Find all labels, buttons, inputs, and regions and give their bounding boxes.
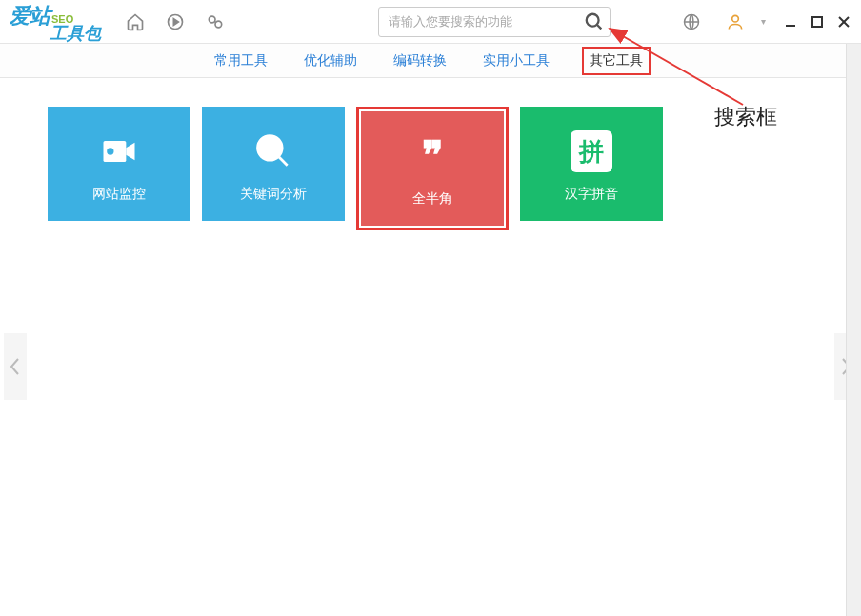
nav-item-encoding[interactable]: 编码转换	[390, 47, 451, 75]
logo-text-main: 爱站	[10, 2, 50, 30]
globe-icon[interactable]	[675, 6, 708, 38]
play-circle-icon[interactable]	[159, 6, 191, 38]
home-icon[interactable]	[119, 6, 151, 38]
svg-line-4	[597, 24, 602, 29]
svg-rect-8	[812, 17, 822, 27]
user-icon[interactable]	[719, 6, 751, 38]
svg-point-1	[209, 16, 215, 23]
maximize-button[interactable]	[810, 14, 825, 30]
nav-item-optimize[interactable]: 优化辅助	[300, 47, 361, 75]
search-box	[378, 7, 611, 37]
svg-point-12	[107, 148, 113, 154]
tile-label: 全半角	[412, 190, 452, 208]
tile-site-monitor[interactable]: 网站监控	[48, 107, 190, 221]
logo-text-seo: SEO	[51, 14, 101, 25]
tile-label: 汉字拼音	[565, 186, 618, 203]
titlebar-right: ▾	[673, 6, 851, 38]
tile-wrap: 网站监控	[48, 107, 190, 230]
tile-label: 关键词分析	[240, 186, 307, 203]
nav-item-common-tools[interactable]: 常用工具	[210, 47, 271, 75]
vertical-scrollbar[interactable]	[846, 44, 861, 616]
svg-point-14	[265, 143, 275, 153]
nav-item-other-tools[interactable]: 其它工具	[582, 47, 651, 75]
nav-bar: 常用工具 优化辅助 编码转换 实用小工具 其它工具	[0, 44, 861, 78]
search-button[interactable]	[584, 11, 605, 32]
close-button[interactable]	[836, 14, 851, 30]
tile-full-half-width[interactable]: ❞ 全半角	[361, 111, 504, 226]
title-bar: 爱站 SEO 工具包 ▾	[0, 0, 861, 44]
tile-label: 网站监控	[92, 186, 146, 203]
search-input[interactable]	[378, 7, 611, 37]
svg-point-2	[215, 21, 222, 28]
tile-pinyin[interactable]: 拼 汉字拼音	[520, 107, 663, 221]
minimize-button[interactable]	[783, 14, 798, 30]
tile-wrap-highlighted: ❞ 全半角	[356, 107, 509, 230]
tile-wrap: 关键词分析	[202, 107, 345, 230]
link-icon[interactable]	[199, 6, 231, 38]
svg-point-3	[587, 13, 599, 26]
pinyin-icon: 拼	[571, 126, 612, 178]
quote-icon: ❞	[422, 130, 444, 183]
app-logo: 爱站 SEO 工具包	[10, 2, 101, 42]
logo-text-bag: 工具包	[50, 25, 101, 42]
svg-point-6	[732, 15, 739, 22]
tile-wrap: 拼 汉字拼音	[520, 107, 663, 230]
user-dropdown-icon[interactable]: ▾	[761, 16, 766, 27]
camera-icon	[98, 126, 140, 178]
content-area: 网站监控 关键词分析 ❞ 全半角 拼 汉字拼音	[0, 78, 861, 259]
tile-keyword-analysis[interactable]: 关键词分析	[202, 107, 345, 221]
svg-line-15	[279, 157, 288, 166]
nav-item-practical[interactable]: 实用小工具	[479, 47, 553, 75]
svg-rect-11	[104, 141, 127, 162]
magnify-circle-icon	[252, 126, 294, 178]
carousel-prev-button[interactable]	[4, 333, 27, 400]
